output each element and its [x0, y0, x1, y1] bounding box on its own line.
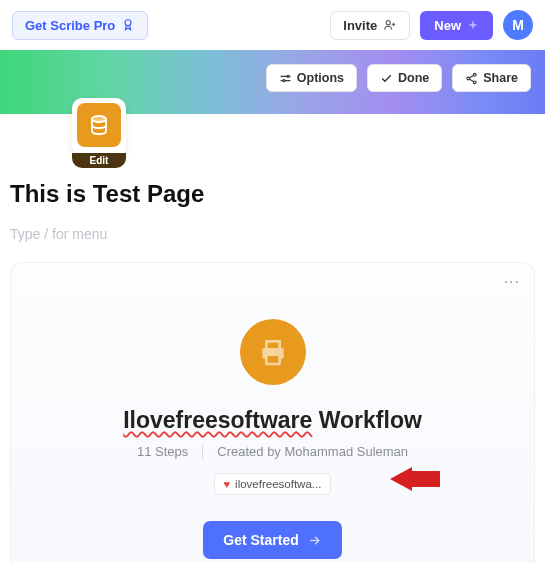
get-started-label: Get Started [223, 532, 298, 548]
award-icon [121, 18, 135, 32]
new-button[interactable]: New [420, 11, 493, 40]
svg-point-6 [474, 80, 477, 83]
get-pro-label: Get Scribe Pro [25, 18, 115, 33]
workflow-card: ··· Ilovefreesoftware Workflow 11 Steps … [10, 262, 535, 563]
tag-text: ilovefreesoftwa... [235, 478, 321, 490]
workflow-title-word1: Ilovefreesoftware [123, 407, 312, 433]
banner: Options Done Share Edit [0, 50, 545, 114]
done-label: Done [398, 71, 429, 85]
slash-menu-hint[interactable]: Type / for menu [10, 226, 535, 242]
workflow-title-word2: Workflow [312, 407, 421, 433]
svg-point-2 [287, 75, 289, 77]
new-label: New [434, 18, 461, 33]
top-right-group: Invite New M [330, 10, 533, 40]
options-label: Options [297, 71, 344, 85]
get-pro-button[interactable]: Get Scribe Pro [12, 11, 148, 40]
workflow-meta: 11 Steps Created by Mohammad Suleman [31, 444, 514, 459]
svg-point-5 [467, 77, 470, 80]
source-tag-chip[interactable]: ♥ ilovefreesoftwa... [214, 473, 332, 495]
share-icon [465, 72, 478, 85]
check-icon [380, 72, 393, 85]
svg-point-4 [474, 73, 477, 76]
arrow-right-icon [307, 533, 322, 548]
author-label: Created by Mohammad Suleman [217, 444, 408, 459]
workflow-title: Ilovefreesoftware Workflow [31, 407, 514, 434]
plus-icon [467, 19, 479, 31]
meta-separator [202, 445, 203, 459]
avatar-initial: M [512, 17, 524, 33]
person-plus-icon [383, 18, 397, 32]
invite-label: Invite [343, 18, 377, 33]
svg-point-1 [386, 21, 390, 25]
top-bar: Get Scribe Pro Invite New M [0, 0, 545, 50]
tag-row: ♥ ilovefreesoftwa... [31, 473, 514, 495]
get-started-button[interactable]: Get Started [203, 521, 341, 559]
svg-rect-9 [266, 355, 279, 364]
printer-icon [240, 319, 306, 385]
done-button[interactable]: Done [367, 64, 442, 92]
page-title[interactable]: This is Test Page [10, 180, 535, 208]
red-arrow-annotation [390, 467, 440, 491]
banner-actions: Options Done Share [266, 64, 531, 92]
content-area: This is Test Page Type / for menu ··· Il… [0, 114, 545, 563]
share-label: Share [483, 71, 518, 85]
options-button[interactable]: Options [266, 64, 357, 92]
heart-icon: ♥ [224, 478, 231, 490]
sliders-icon [279, 72, 292, 85]
svg-point-3 [283, 79, 285, 81]
share-button[interactable]: Share [452, 64, 531, 92]
avatar[interactable]: M [503, 10, 533, 40]
svg-point-0 [125, 20, 131, 26]
card-menu-button[interactable]: ··· [504, 273, 520, 291]
invite-button[interactable]: Invite [330, 11, 410, 40]
steps-count: 11 Steps [137, 444, 188, 459]
